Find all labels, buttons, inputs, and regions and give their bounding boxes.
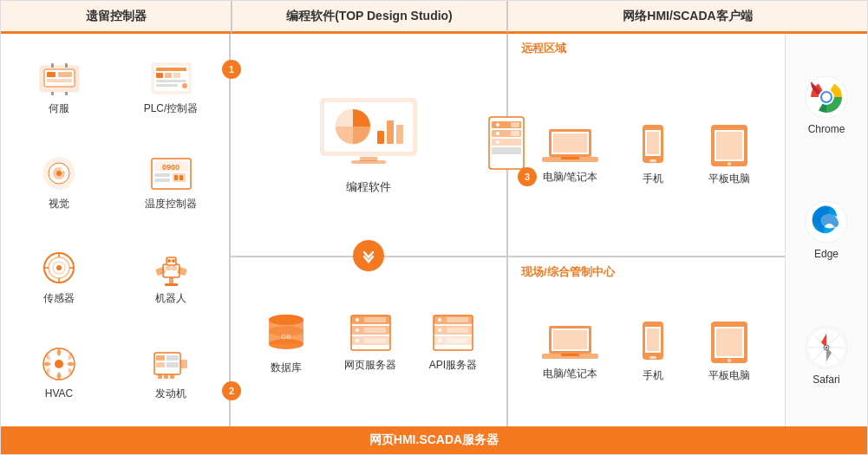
svg-point-21: [56, 171, 62, 176]
svg-point-75: [496, 132, 499, 135]
svg-rect-93: [364, 328, 386, 333]
svg-point-117: [728, 162, 731, 166]
database-label: 数据库: [271, 361, 302, 375]
remote-phone-icon: [640, 123, 666, 168]
edge-icon: [804, 199, 849, 244]
servo-icon: [36, 59, 83, 98]
webserver-icon: [347, 311, 395, 354]
mid-title: 编程软件(TOP Design Studio): [286, 9, 453, 24]
server-device-icon: [485, 113, 528, 173]
svg-rect-126: [649, 356, 656, 359]
svg-rect-103: [447, 328, 468, 333]
motor-label: 发动机: [155, 387, 186, 401]
chrome-icon: [804, 75, 849, 120]
chrome-label: Chrome: [808, 123, 845, 135]
remote-devices-row: 电脑/笔记本 手机: [521, 63, 772, 245]
hvac-label: HVAC: [45, 387, 73, 400]
local-phone-label: 手机: [643, 368, 663, 383]
right-panel: 远程区域 电脑/笔记本: [508, 34, 867, 426]
arrow-down-circle: [353, 240, 384, 271]
device-hvac: HVAC: [5, 328, 113, 419]
svg-rect-6: [65, 63, 68, 68]
software-label: 编程软件: [346, 179, 391, 195]
left-panel: 何服 PLC/控制器: [1, 34, 231, 426]
svg-rect-26: [154, 173, 170, 177]
content-row: 何服 PLC/控制器: [1, 34, 867, 426]
vision-icon: [36, 154, 83, 193]
svg-point-76: [496, 140, 499, 144]
software-monitor-icon: [312, 94, 425, 172]
database-icon: DB: [260, 309, 312, 357]
device-temp: 0900 温度控制器: [117, 138, 225, 229]
svg-rect-27: [154, 179, 170, 182]
svg-point-135: [822, 93, 831, 101]
svg-point-101: [438, 339, 441, 342]
svg-point-17: [182, 83, 187, 88]
svg-rect-125: [647, 328, 659, 351]
local-tablet: 平板电脑: [708, 320, 751, 383]
svg-point-89: [356, 318, 359, 322]
svg-rect-55: [166, 362, 179, 367]
svg-rect-3: [58, 72, 72, 77]
mid-bottom: 1 2 DB 数据库: [231, 257, 506, 426]
badge-1: 1: [222, 60, 241, 79]
svg-point-83: [269, 315, 303, 325]
svg-rect-15: [156, 80, 186, 82]
device-sensor: 传感器: [5, 232, 113, 323]
svg-rect-58: [164, 374, 168, 379]
badge-2: 2: [222, 381, 241, 400]
svg-rect-94: [364, 338, 386, 343]
robot-label: 机器人: [155, 291, 186, 306]
temp-label: 温度控制器: [145, 197, 197, 211]
local-laptop: 电脑/笔记本: [542, 322, 598, 381]
remote-tablet-label: 平板电脑: [708, 172, 750, 186]
svg-point-47: [167, 259, 171, 263]
temp-icon: 0900: [147, 154, 195, 193]
right-content: 远程区域 电脑/笔记本: [508, 34, 785, 426]
svg-text:DB: DB: [281, 333, 290, 341]
svg-text:0900: 0900: [161, 163, 179, 172]
svg-rect-104: [447, 338, 468, 343]
plc-icon: [147, 59, 195, 98]
mid-database: DB 数据库: [260, 309, 312, 375]
svg-rect-29: [174, 175, 178, 180]
svg-rect-11: [156, 68, 186, 71]
left-title: 遗留控制器: [86, 9, 147, 24]
svg-rect-78: [511, 131, 519, 136]
device-robot: 机器人: [117, 232, 225, 323]
sensor-icon: [36, 249, 83, 288]
svg-point-74: [496, 123, 499, 127]
svg-rect-113: [649, 159, 656, 162]
motor-icon: [147, 344, 195, 383]
svg-rect-92: [364, 317, 386, 322]
device-servo: 何服: [5, 42, 113, 133]
svg-rect-107: [553, 133, 587, 153]
svg-point-34: [56, 265, 62, 270]
bottom-footer: 网页HMI.SCADA服务器: [1, 426, 867, 454]
hvac-icon: [36, 345, 83, 384]
local-phone: 手机: [640, 320, 666, 383]
svg-point-146: [826, 346, 828, 348]
svg-rect-40: [165, 283, 178, 286]
svg-rect-13: [165, 73, 172, 78]
browser-icons-col: Chrome Edge: [785, 34, 867, 426]
browser-safari: Safari: [804, 325, 849, 386]
svg-rect-73: [492, 147, 521, 154]
remote-tablet: 平板电脑: [708, 123, 751, 186]
local-zone-label: 现场/综合管制中心: [521, 264, 772, 280]
svg-rect-59: [170, 374, 174, 379]
svg-rect-16: [156, 84, 178, 87]
header-right: 网络HMI/SCADA客户端: [508, 1, 867, 34]
svg-rect-53: [156, 362, 165, 367]
svg-point-50: [55, 360, 63, 368]
svg-rect-56: [180, 360, 187, 368]
right-remote-zone: 远程区域 电脑/笔记本: [508, 34, 785, 257]
remote-laptop: 电脑/笔记本: [542, 125, 598, 185]
svg-rect-54: [166, 355, 179, 361]
right-title: 网络HMI/SCADA客户端: [623, 9, 752, 24]
mid-panel: 编程软件: [231, 34, 508, 426]
remote-laptop-label: 电脑/笔记本: [543, 170, 597, 185]
svg-rect-116: [716, 132, 742, 159]
svg-rect-52: [156, 355, 165, 361]
local-phone-icon: [640, 320, 666, 365]
